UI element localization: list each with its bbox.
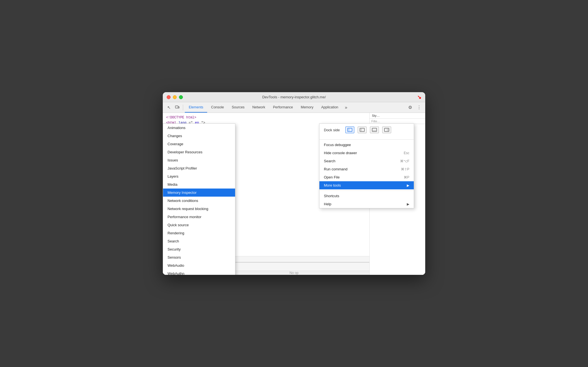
settings-help[interactable]: Help ▶: [319, 200, 414, 208]
menu-item-network-conditions[interactable]: Network conditions: [163, 197, 235, 205]
window-title: DevTools - memory-inspector.glitch.me/: [262, 95, 326, 99]
dock-right-button[interactable]: [382, 127, 391, 133]
menu-item-performance-monitor[interactable]: Performance monitor: [163, 213, 235, 221]
settings-divider-1: [319, 139, 414, 140]
settings-run-command-shortcut: ⌘⇧P: [401, 167, 409, 171]
code-doctype: <!DOCTYPE html>: [166, 115, 196, 120]
settings-focus-debuggee[interactable]: Focus debuggee: [319, 141, 414, 149]
settings-shortcuts[interactable]: Shortcuts: [319, 192, 414, 200]
tab-memory[interactable]: Memory: [297, 102, 317, 113]
menu-item-changes[interactable]: Changes: [163, 132, 235, 140]
minimize-button[interactable]: [173, 95, 177, 99]
menu-item-quick-source[interactable]: Quick source: [163, 221, 235, 229]
menu-item-media[interactable]: Media: [163, 180, 235, 189]
menu-item-network-request-blocking[interactable]: Network request blocking: [163, 205, 235, 213]
menu-item-security[interactable]: Security: [163, 245, 235, 253]
svg-rect-5: [360, 128, 362, 132]
menu-item-coverage[interactable]: Coverage: [163, 140, 235, 148]
settings-run-command[interactable]: Run command ⌘⇧P: [319, 165, 414, 173]
menu-item-sensors[interactable]: Sensors: [163, 253, 235, 261]
settings-search[interactable]: Search ⌘⌥F: [319, 157, 414, 165]
tab-application[interactable]: Application: [317, 102, 342, 113]
settings-more-tools[interactable]: More tools ▶: [319, 181, 414, 189]
settings-open-file-shortcut: ⌘P: [404, 175, 409, 179]
menu-item-developer-resources[interactable]: Developer Resources: [163, 148, 235, 156]
svg-rect-9: [387, 128, 389, 132]
more-tools-dropdown: Animations Changes Coverage Developer Re…: [163, 123, 235, 275]
dock-bottom-button[interactable]: [370, 127, 379, 133]
svg-rect-3: [348, 129, 350, 131]
cursor-icon[interactable]: ↖: [165, 104, 173, 111]
dock-side-section: Dock side: [319, 124, 414, 138]
no-op-text: No op: [290, 271, 298, 275]
menu-item-memory-inspector[interactable]: Memory Inspector: [163, 189, 235, 197]
menu-item-webaudio[interactable]: WebAudio: [163, 261, 235, 270]
titlebar: DevTools - memory-inspector.glitch.me/ ↘: [163, 92, 425, 102]
toolbar-separator: [183, 105, 183, 110]
more-tabs-button[interactable]: »: [343, 104, 350, 111]
menu-item-layers[interactable]: Layers: [163, 172, 235, 180]
styles-header: Sty…: [370, 113, 425, 119]
device-toggle-icon[interactable]: [173, 104, 181, 111]
menu-item-animations[interactable]: Animations: [163, 124, 235, 132]
settings-open-file[interactable]: Open File ⌘P: [319, 173, 414, 181]
svg-rect-1: [178, 107, 179, 108]
tab-console[interactable]: Console: [207, 102, 228, 113]
help-arrow-icon: ▶: [407, 202, 409, 206]
panel-tabs: Elements Console Sources Network Perform…: [185, 102, 350, 113]
settings-gear-button[interactable]: ⚙: [406, 104, 414, 111]
settings-hide-console[interactable]: Hide console drawer Esc: [319, 149, 414, 157]
dock-left-button[interactable]: [358, 127, 367, 133]
dock-side-label: Dock side: [324, 128, 340, 132]
dock-side-row: Dock side: [324, 127, 409, 133]
devtools-body: ↖ Elements Console Sources N: [163, 102, 425, 275]
maximize-button[interactable]: [179, 95, 183, 99]
more-options-button[interactable]: ⋮: [415, 104, 423, 111]
menu-item-search[interactable]: Search: [163, 237, 235, 245]
close-button[interactable]: [167, 95, 171, 99]
svg-rect-0: [175, 106, 178, 108]
dock-undock-button[interactable]: [345, 127, 354, 133]
settings-hide-console-shortcut: Esc: [404, 151, 409, 155]
menu-item-webauthn[interactable]: WebAuthn: [163, 270, 235, 275]
menu-item-issues[interactable]: Issues: [163, 156, 235, 164]
traffic-lights: [167, 95, 183, 99]
main-content-area: <!DOCTYPE html> <html lang="en"> html › …: [163, 113, 425, 275]
tab-performance[interactable]: Performance: [269, 102, 297, 113]
devtools-window: DevTools - memory-inspector.glitch.me/ ↘…: [163, 92, 425, 275]
tab-network[interactable]: Network: [248, 102, 269, 113]
svg-rect-7: [372, 130, 377, 132]
more-tools-arrow-icon: ▶: [407, 184, 409, 187]
settings-search-shortcut: ⌘⌥F: [400, 159, 409, 163]
more-tools-menu: Animations Changes Coverage Developer Re…: [163, 123, 235, 275]
red-arrow-icon: ↘: [417, 94, 421, 100]
main-toolbar: ↖ Elements Console Sources N: [163, 102, 425, 113]
tab-sources[interactable]: Sources: [228, 102, 248, 113]
toolbar-right: ⚙ ⋮: [406, 104, 423, 111]
menu-item-javascript-profiler[interactable]: JavaScript Profiler: [163, 164, 235, 172]
menu-item-rendering[interactable]: Rendering: [163, 229, 235, 237]
settings-divider-2: [319, 190, 414, 191]
tab-elements[interactable]: Elements: [185, 102, 207, 113]
settings-panel: Dock side: [319, 123, 414, 208]
